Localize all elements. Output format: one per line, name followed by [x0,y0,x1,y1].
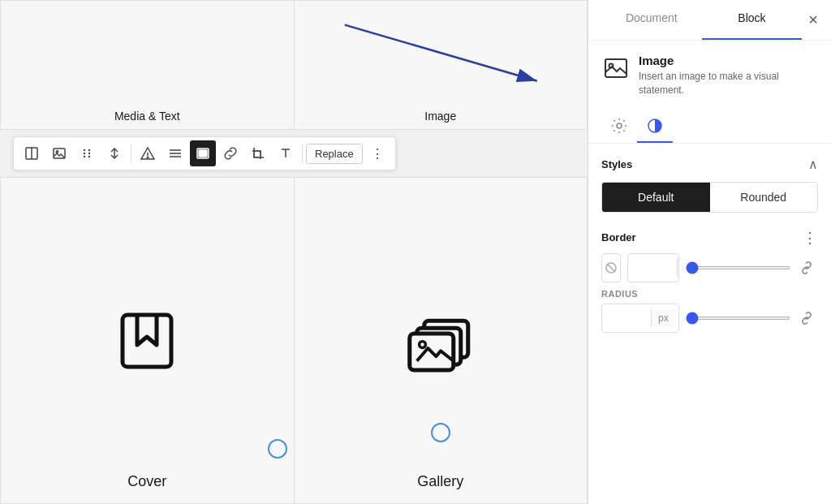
full-button[interactable] [190,140,216,166]
top-block-row: Media & Text Image [0,0,588,130]
svg-line-33 [607,264,615,272]
text-button[interactable] [273,140,299,166]
tab-document[interactable]: Document [601,0,702,40]
block-info-text: Image Insert an image to make a visual s… [639,54,818,97]
more-button[interactable]: ⋮ [364,140,390,166]
style-default-button[interactable]: Default [602,183,710,212]
svg-point-5 [56,151,58,153]
cover-circle-indicator [268,439,287,459]
svg-rect-19 [199,150,207,157]
border-title: Border [601,231,636,243]
close-panel-button[interactable]: × [808,11,818,29]
svg-point-30 [617,123,622,128]
media-text-label: Media & Text [114,110,180,123]
styles-header: Styles ∧ [601,157,818,172]
styles-title: Styles [601,158,632,170]
block-title: Image [639,54,818,67]
sep-1 [131,144,131,163]
block-info: Image Insert an image to make a visual s… [601,54,818,97]
svg-line-1 [344,25,536,81]
icon-tabs [588,110,831,144]
cover-icon [114,308,179,373]
border-link-icon[interactable] [795,256,818,279]
replace-button[interactable]: Replace [306,144,363,164]
alert-button[interactable] [135,140,161,166]
gallery-icon [404,304,477,377]
border-section: Border ⋮ px [601,229,818,333]
sep-2 [302,144,303,163]
align-button[interactable] [162,140,188,166]
block-description: Insert an image to make a visual stateme… [639,70,818,97]
settings-panel: Document Block × Image Insert an image t… [588,0,831,504]
cover-label: Cover [127,473,166,490]
radius-input-wrapper: px [601,304,679,333]
settings-icon-tab[interactable] [601,110,637,143]
border-more-button[interactable]: ⋮ [803,229,818,247]
svg-rect-28 [605,59,626,77]
style-buttons: Default Rounded [601,182,818,213]
image-label: Image [424,110,456,123]
panel-body: Image Insert an image to make a visual s… [588,41,831,504]
gallery-card: Gallery [295,177,588,504]
radius-label: RADIUS [601,289,818,299]
drag-button[interactable] [74,140,100,166]
link-button[interactable] [217,140,243,166]
gallery-label: Gallery [417,473,463,490]
half-circle-icon [647,118,663,134]
radius-slider-container [686,307,818,330]
svg-point-9 [88,153,90,154]
border-unit: px [677,259,679,277]
border-width-slider[interactable] [686,266,790,269]
border-header: Border ⋮ [601,229,818,247]
radius-input-row: px [601,304,818,333]
svg-point-10 [84,156,85,157]
svg-point-8 [84,153,85,154]
svg-point-11 [88,156,90,157]
styles-section: Styles ∧ Default Rounded [601,157,818,213]
crop-button[interactable] [245,140,271,166]
layout-button[interactable] [19,140,45,166]
radius-input[interactable] [602,308,651,327]
tab-block[interactable]: Block [702,0,803,40]
editor-canvas: Media & Text Image [0,0,588,504]
border-slider-container [686,256,818,279]
border-input-row: px [601,253,818,282]
media-text-thumb: Media & Text [0,0,295,130]
border-width-input-wrapper: px [627,253,679,282]
bottom-block-row: Cover Gallery [0,177,588,504]
block-toolbar: Replace ⋮ [13,136,396,170]
gallery-circle-indicator [431,423,450,442]
svg-rect-20 [254,151,260,157]
style-rounded-button[interactable]: Rounded [710,183,818,212]
border-width-input[interactable] [628,258,677,277]
svg-point-14 [147,157,149,158]
styles-icon-tab[interactable] [637,110,673,143]
border-disable-icon[interactable] [601,253,621,282]
svg-point-6 [84,149,85,151]
radius-link-icon[interactable] [795,307,818,330]
move-button[interactable] [101,140,127,166]
image-thumb: Image [295,0,588,130]
radius-unit: px [651,309,675,327]
cover-card: Cover [0,177,295,504]
block-info-icon [601,54,631,83]
image-button[interactable] [46,140,72,166]
svg-rect-23 [123,315,171,367]
svg-point-7 [88,149,90,151]
panel-header: Document Block × [588,0,831,41]
radius-slider[interactable] [686,317,790,320]
styles-collapse-button[interactable]: ∧ [808,157,818,172]
